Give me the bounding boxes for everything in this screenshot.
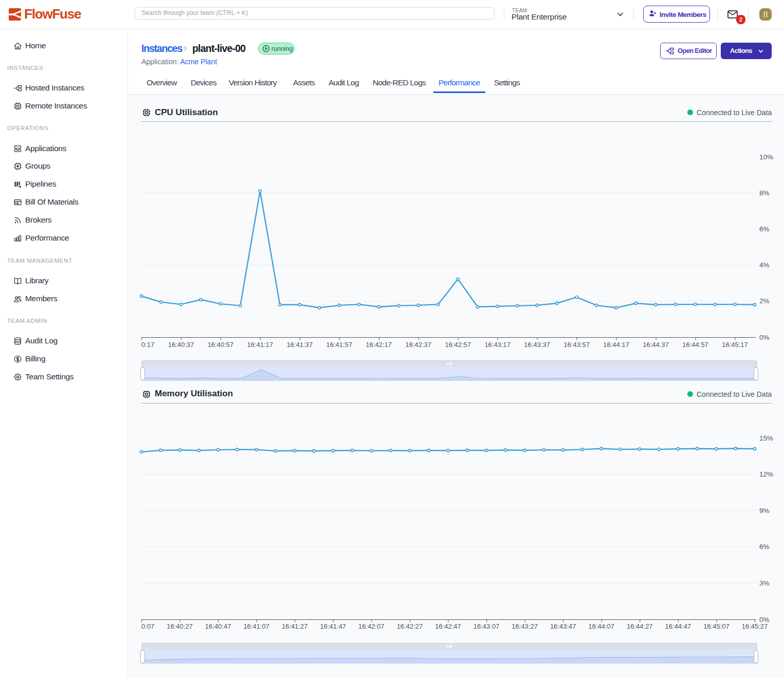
svg-text:16:43:47: 16:43:47 (550, 622, 576, 630)
svg-text:16:40:07: 16:40:07 (129, 622, 155, 630)
svg-text:16:40:17: 16:40:17 (129, 341, 155, 349)
svg-text:16:43:37: 16:43:37 (524, 341, 550, 349)
svg-text:16:43:27: 16:43:27 (512, 622, 538, 630)
svg-text:15%: 15% (759, 434, 773, 442)
svg-text:16:42:17: 16:42:17 (366, 341, 392, 349)
svg-text:16:42:57: 16:42:57 (445, 341, 471, 349)
svg-text:16:45:27: 16:45:27 (742, 622, 768, 630)
svg-text:12%: 12% (759, 470, 773, 478)
svg-text:16:41:27: 16:41:27 (282, 622, 308, 630)
svg-text:16:40:27: 16:40:27 (167, 622, 193, 630)
svg-text:16:41:17: 16:41:17 (247, 341, 274, 349)
svg-text:10%: 10% (759, 153, 773, 161)
svg-text:16:42:07: 16:42:07 (358, 622, 385, 630)
svg-text:16:40:37: 16:40:37 (168, 341, 194, 349)
svg-text:9%: 9% (759, 507, 770, 515)
svg-text:16:41:07: 16:41:07 (243, 622, 269, 630)
svg-text:16:44:07: 16:44:07 (588, 622, 614, 630)
svg-text:16:42:47: 16:42:47 (435, 622, 461, 630)
svg-text:16:44:47: 16:44:47 (665, 622, 691, 630)
svg-text:16:41:47: 16:41:47 (320, 622, 347, 630)
svg-text:16:44:37: 16:44:37 (643, 341, 669, 349)
svg-text:16:42:37: 16:42:37 (405, 341, 431, 349)
svg-text:16:45:07: 16:45:07 (703, 622, 730, 630)
svg-text:16:44:57: 16:44:57 (682, 341, 708, 349)
svg-text:2%: 2% (759, 297, 770, 305)
svg-text:16:43:07: 16:43:07 (473, 622, 500, 630)
svg-text:16:44:17: 16:44:17 (603, 341, 629, 349)
svg-text:16:42:27: 16:42:27 (397, 622, 423, 630)
svg-text:8%: 8% (759, 189, 770, 197)
svg-text:16:45:17: 16:45:17 (722, 341, 748, 349)
svg-text:16:43:17: 16:43:17 (484, 341, 510, 349)
svg-text:3%: 3% (759, 579, 770, 587)
svg-text:16:43:57: 16:43:57 (563, 341, 590, 349)
svg-text:16:44:27: 16:44:27 (627, 622, 653, 630)
svg-text:16:40:47: 16:40:47 (205, 622, 231, 630)
svg-text:6%: 6% (759, 543, 770, 551)
svg-text:4%: 4% (759, 261, 770, 269)
svg-text:0%: 0% (759, 334, 770, 341)
svg-text:16:40:57: 16:40:57 (208, 341, 234, 349)
svg-text:6%: 6% (759, 225, 770, 233)
svg-text:16:41:37: 16:41:37 (287, 341, 313, 349)
svg-text:16:41:57: 16:41:57 (326, 341, 353, 349)
